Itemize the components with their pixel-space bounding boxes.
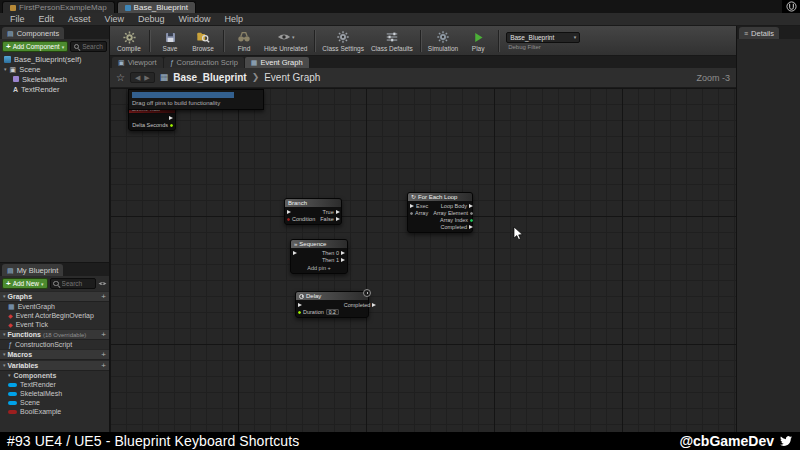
pin-exec-in[interactable]: Exec: [410, 203, 428, 209]
exec-pin-icon[interactable]: [341, 251, 345, 255]
add-macro-icon[interactable]: +: [101, 350, 106, 359]
pin-exec-in[interactable]: [298, 302, 339, 308]
menu-help[interactable]: Help: [217, 13, 250, 25]
debug-object-dropdown[interactable]: Base_Blueprint ▾: [506, 32, 580, 43]
pin-exec-in[interactable]: [293, 250, 297, 256]
graph-row-eventgraph[interactable]: ▦ EventGraph: [0, 302, 109, 311]
macros-section-header[interactable]: ▾ Macros +: [0, 349, 109, 360]
class-settings-button[interactable]: Class Settings: [322, 30, 364, 52]
component-row-skeletalmesh[interactable]: SkeletalMesh: [0, 74, 109, 84]
pin-then-1[interactable]: Then 1: [322, 257, 345, 263]
breadcrumb-root[interactable]: Base_Blueprint: [173, 72, 246, 83]
exec-pin-icon[interactable]: [169, 116, 173, 120]
variable-row-skeletalmesh[interactable]: SkeletalMesh: [0, 389, 109, 398]
breadcrumb-current[interactable]: Event Graph: [264, 72, 320, 83]
pin-array[interactable]: Array: [410, 210, 428, 216]
menu-edit[interactable]: Edit: [32, 13, 62, 25]
bool-pin-icon[interactable]: [287, 218, 290, 221]
tab-details[interactable]: ≡ Details: [739, 27, 779, 39]
play-button[interactable]: Play: [465, 30, 491, 52]
pin-duration[interactable]: Duration 0.2: [298, 309, 339, 315]
node-for-each-loop-header[interactable]: ↻ For Each Loop: [408, 193, 472, 201]
tab-construction-script[interactable]: ƒ Construction Scrip: [164, 57, 244, 68]
node-branch-header[interactable]: Branch: [285, 199, 341, 207]
favorite-star-icon[interactable]: ☆: [116, 73, 125, 83]
exec-pin-icon[interactable]: [293, 251, 297, 255]
tab-viewport[interactable]: ▣ Viewport: [112, 57, 163, 68]
component-row-scene[interactable]: ▾ ▣ Scene: [0, 64, 109, 74]
exec-pin-icon[interactable]: [341, 258, 345, 262]
class-defaults-button[interactable]: Class Defaults: [371, 30, 413, 52]
duration-value-input[interactable]: 0.2: [326, 309, 339, 315]
wildcard-pin-icon[interactable]: [470, 212, 473, 215]
function-row-constructionscript[interactable]: ƒ ConstructionScript: [0, 340, 109, 349]
variable-row-scene[interactable]: Scene: [0, 398, 109, 407]
expand-caret-icon[interactable]: ▾: [3, 363, 6, 368]
node-branch[interactable]: Branch Condition True: [284, 198, 342, 225]
exec-pin-icon[interactable]: [336, 217, 340, 221]
tab-my-blueprint[interactable]: ▤ My Blueprint: [2, 264, 63, 276]
node-delay-header[interactable]: Delay: [296, 292, 368, 300]
menu-debug[interactable]: Debug: [131, 13, 172, 25]
menu-view[interactable]: View: [98, 13, 131, 25]
node-sequence[interactable]: » Sequence Then 0: [290, 239, 348, 274]
array-pin-icon[interactable]: [410, 212, 413, 215]
hide-unrelated-button[interactable]: ▾ Hide Unrelated: [264, 30, 307, 52]
asset-tab-base-blueprint[interactable]: Base_Blueprint: [117, 1, 196, 13]
menu-file[interactable]: File: [3, 13, 32, 25]
components-search-input[interactable]: [82, 43, 104, 50]
add-graph-icon[interactable]: +: [101, 292, 106, 301]
event-row-tick[interactable]: ◆ Event Tick: [0, 320, 109, 329]
add-variable-icon[interactable]: +: [101, 361, 106, 370]
pin-delta-seconds[interactable]: Delta Seconds: [132, 122, 173, 128]
add-component-button[interactable]: + Add Component ▾: [2, 41, 68, 52]
variable-row-boolexample[interactable]: BoolExample: [0, 407, 109, 416]
find-button[interactable]: Find: [231, 30, 257, 52]
graphs-section-header[interactable]: ▾ Graphs +: [0, 291, 109, 302]
browse-button[interactable]: Browse: [190, 30, 216, 52]
float-pin-icon[interactable]: [298, 311, 301, 314]
expand-caret-icon[interactable]: ▾: [3, 352, 6, 357]
expand-caret-icon[interactable]: ▾: [4, 67, 7, 72]
variable-row-textrender[interactable]: TextRender: [0, 380, 109, 389]
my-blueprint-search-input[interactable]: [62, 280, 93, 287]
save-button[interactable]: Save: [157, 30, 183, 52]
forward-arrow-icon[interactable]: ▶: [144, 74, 149, 81]
add-new-button[interactable]: + Add New ▾: [2, 278, 48, 289]
variables-category-components[interactable]: ▾ Components: [0, 371, 109, 380]
int-pin-icon[interactable]: [470, 219, 473, 222]
float-pin-icon[interactable]: [170, 124, 173, 127]
back-arrow-icon[interactable]: ◀: [135, 74, 140, 81]
variables-section-header[interactable]: ▾ Variables +: [0, 360, 109, 371]
functions-section-header[interactable]: ▾ Functions (18 Overridable) +: [0, 329, 109, 340]
asset-tab-firstpersonexamplemap[interactable]: FirstPersonExampleMap: [2, 1, 115, 13]
pin-completed[interactable]: Completed: [344, 302, 377, 308]
exec-pin-icon[interactable]: [469, 225, 473, 229]
add-pin-button[interactable]: Add pin +: [291, 265, 347, 273]
add-function-icon[interactable]: +: [101, 330, 106, 339]
event-graph-canvas[interactable]: Drag off pins to build functionality Eve…: [110, 88, 736, 432]
expand-caret-icon[interactable]: ▾: [3, 332, 6, 337]
simulation-button[interactable]: Simulation: [428, 30, 458, 52]
exec-pin-icon[interactable]: [410, 204, 414, 208]
exec-pin-icon[interactable]: [469, 204, 473, 208]
compile-button[interactable]: Compile: [116, 30, 142, 52]
pin-exec-in[interactable]: [287, 209, 315, 215]
node-for-each-loop[interactable]: ↻ For Each Loop Exec Array: [407, 192, 473, 233]
unreal-engine-logo[interactable]: [782, 0, 800, 13]
node-delay[interactable]: Delay Duration 0.2: [295, 291, 369, 318]
pin-array-element[interactable]: Array Element: [433, 210, 473, 216]
component-row-self[interactable]: Base_Blueprint(self): [0, 54, 109, 64]
expand-caret-icon[interactable]: ▾: [3, 294, 6, 299]
pin-false[interactable]: False: [320, 216, 339, 222]
node-sequence-header[interactable]: » Sequence: [291, 240, 347, 248]
expand-caret-icon[interactable]: ▾: [8, 373, 11, 378]
exec-pin-icon[interactable]: [336, 210, 340, 214]
chevron-down-icon[interactable]: ▾: [292, 34, 295, 40]
event-row-actorbeginoverlap[interactable]: ◆ Event ActorBeginOverlap: [0, 311, 109, 320]
exec-pin-icon[interactable]: [372, 303, 376, 307]
pin-array-index[interactable]: Array Index: [440, 217, 473, 223]
pin-condition[interactable]: Condition: [287, 216, 315, 222]
pin-exec-out[interactable]: [169, 115, 173, 121]
pin-loop-body[interactable]: Loop Body: [441, 203, 473, 209]
